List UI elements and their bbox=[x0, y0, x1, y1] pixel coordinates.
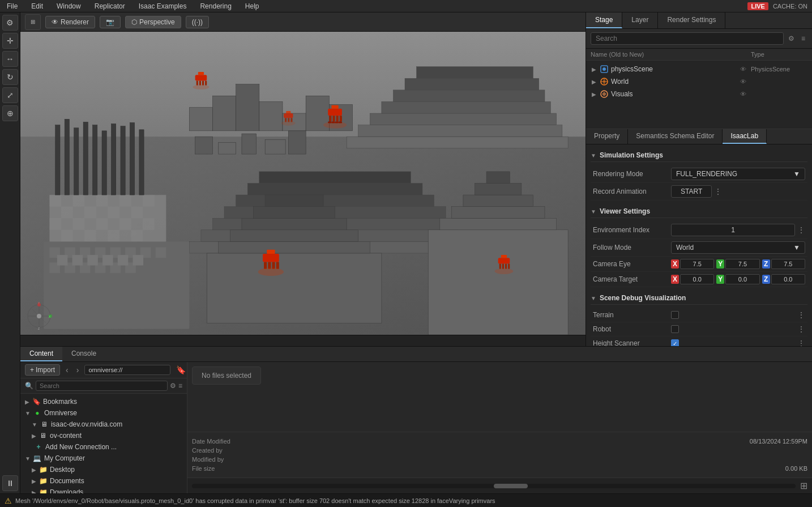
camera-toolbar-btn[interactable]: ⊕ bbox=[2, 105, 18, 121]
expand-arrow-world[interactable]: ▶ bbox=[591, 78, 597, 85]
settings-toolbar-btn[interactable]: ⚙ bbox=[2, 15, 18, 31]
file-item-documents[interactable]: 📁 Documents bbox=[20, 475, 187, 487]
file-scroll-area: ⊞ bbox=[187, 478, 812, 493]
env-index-settings-icon[interactable]: ⋮ bbox=[797, 225, 805, 235]
tree-item-physics-scene[interactable]: ▶ physicsScene 👁 PhysicsScene bbox=[586, 63, 812, 75]
file-search-input[interactable] bbox=[36, 381, 168, 391]
file-item-bookmarks[interactable]: 🔖 Bookmarks bbox=[20, 396, 187, 407]
terrain-settings-icon[interactable]: ⋮ bbox=[797, 310, 805, 319]
stage-filter-icon[interactable]: ⚙ bbox=[786, 33, 797, 44]
debug-viz-label: Scene Debug Visualization bbox=[600, 294, 686, 302]
eye-icon-physics[interactable]: 👁 bbox=[737, 66, 749, 73]
tab-content[interactable]: Content bbox=[20, 347, 62, 361]
expand-ov-content-icon[interactable] bbox=[32, 433, 36, 439]
stage-search-input[interactable] bbox=[591, 32, 784, 45]
expand-downloads-icon[interactable] bbox=[32, 489, 36, 494]
eye-icon-world[interactable]: 👁 bbox=[737, 78, 749, 85]
bookmark-btn[interactable]: 🔖 bbox=[174, 364, 187, 376]
height-scanner-label: Height Scanner bbox=[593, 339, 666, 346]
file-item-desktop[interactable]: 📁 Desktop bbox=[20, 464, 187, 475]
record-start-btn[interactable]: START bbox=[671, 185, 712, 198]
nav-forward-btn[interactable]: › bbox=[74, 364, 82, 376]
scroll-track[interactable] bbox=[192, 484, 796, 488]
menu-file[interactable]: File bbox=[5, 2, 20, 10]
svg-rect-72 bbox=[332, 116, 335, 121]
import-btn[interactable]: + Import bbox=[25, 364, 60, 376]
tab-isaaclab[interactable]: IsaacLab bbox=[723, 129, 767, 144]
expand-documents-icon[interactable] bbox=[32, 478, 36, 484]
tree-item-world[interactable]: ▶ World 👁 bbox=[586, 75, 812, 88]
height-scanner-row: Height Scanner ⋮ bbox=[591, 336, 807, 346]
camera-target-z-input[interactable]: 0.0 bbox=[771, 274, 805, 284]
camera-eye-x-input[interactable]: 7.5 bbox=[680, 259, 714, 269]
menu-help[interactable]: Help bbox=[243, 2, 262, 10]
robot-settings-icon[interactable]: ⋮ bbox=[797, 325, 805, 334]
camera-view-btn[interactable]: 📷 bbox=[100, 16, 121, 28]
tab-render-settings[interactable]: Render Settings bbox=[658, 12, 725, 28]
menu-edit[interactable]: Edit bbox=[29, 2, 45, 10]
expand-bookmarks-icon[interactable] bbox=[25, 399, 29, 405]
camera-target-x-input[interactable]: 0.0 bbox=[680, 274, 714, 284]
file-item-add-connection[interactable]: + Add New Connection ... bbox=[20, 441, 187, 453]
path-input[interactable] bbox=[84, 365, 170, 375]
follow-mode-dropdown[interactable]: World ▼ bbox=[671, 241, 805, 254]
pause-toolbar-btn[interactable]: ⏸ bbox=[2, 475, 18, 491]
expand-my-computer-icon[interactable] bbox=[25, 455, 31, 462]
svg-rect-73 bbox=[336, 116, 339, 121]
viewer-settings-header[interactable]: ▼ Viewer Settings bbox=[591, 205, 807, 218]
move-toolbar-btn[interactable]: ↔ bbox=[2, 51, 18, 67]
expand-desktop-icon[interactable] bbox=[32, 467, 36, 473]
record-settings-icon[interactable]: ⋮ bbox=[714, 187, 722, 196]
camera-eye-z-input[interactable]: 7.5 bbox=[771, 259, 805, 269]
nav-back-btn[interactable]: ‹ bbox=[63, 364, 71, 376]
file-item-downloads[interactable]: 📁 Downloads bbox=[20, 487, 187, 493]
status-bar: ⚠ Mesh '/World/envs/env_0/Robot/base/vis… bbox=[0, 493, 812, 507]
menu-replicator[interactable]: Replicator bbox=[92, 2, 127, 10]
file-item-my-computer[interactable]: 💻 My Computer bbox=[20, 453, 187, 464]
expand-isaac-dev-icon[interactable] bbox=[32, 421, 37, 428]
menu-window[interactable]: Window bbox=[54, 2, 83, 10]
terrain-checkbox[interactable] bbox=[671, 311, 679, 319]
file-filter-icon[interactable]: ⚙ bbox=[170, 382, 176, 390]
renderer-btn[interactable]: 👁 Renderer bbox=[45, 16, 95, 28]
tab-property[interactable]: Property bbox=[586, 129, 628, 144]
sim-settings-header[interactable]: ▼ Simulation Settings bbox=[591, 149, 807, 162]
file-item-omniverse[interactable]: ● Omniverse bbox=[20, 407, 187, 419]
tab-stage[interactable]: Stage bbox=[586, 12, 622, 28]
viewport-layout-btn[interactable]: ⊞ bbox=[25, 14, 41, 30]
perspective-btn[interactable]: ⬡ Perspective bbox=[125, 16, 181, 28]
expand-omniverse-icon[interactable] bbox=[25, 410, 31, 416]
target-y-label: Y bbox=[716, 275, 724, 284]
viewport-canvas[interactable]: Y X Z bbox=[20, 32, 586, 335]
expand-arrow-physics[interactable]: ▶ bbox=[591, 66, 597, 73]
audio-btn[interactable]: ((·)) bbox=[186, 16, 209, 28]
file-item-isaac-dev[interactable]: 🖥 isaac-dev.ov.nvidia.com bbox=[20, 419, 187, 430]
grid-view-btn[interactable]: ⊞ bbox=[800, 480, 807, 491]
camera-eye-y-input[interactable]: 7.5 bbox=[725, 259, 759, 269]
rendering-mode-dropdown[interactable]: FULL_RENDERING ▼ bbox=[671, 168, 805, 180]
select-toolbar-btn[interactable]: ✛ bbox=[2, 33, 18, 49]
file-sort-icon[interactable]: ≡ bbox=[178, 382, 182, 390]
tab-semantics-schema[interactable]: Semantics Schema Editor bbox=[628, 129, 723, 144]
robot-checkbox[interactable] bbox=[671, 325, 679, 333]
env-index-field[interactable]: 1 bbox=[671, 224, 795, 236]
menu-isaac-examples[interactable]: Isaac Examples bbox=[136, 2, 189, 10]
stage-sort-icon[interactable]: ≡ bbox=[799, 33, 807, 44]
debug-viz-header[interactable]: ▼ Scene Debug Visualization bbox=[591, 292, 807, 305]
file-item-ov-content[interactable]: 🖥 ov-content bbox=[20, 430, 187, 441]
viewport-gizmo[interactable]: Y X Z bbox=[25, 302, 53, 330]
camera-target-y-input[interactable]: 0.0 bbox=[725, 274, 759, 284]
tree-item-visuals[interactable]: ▶ Visuals 👁 bbox=[586, 88, 812, 100]
eye-icon-visuals[interactable]: 👁 bbox=[737, 91, 749, 97]
rotate-toolbar-btn[interactable]: ↻ bbox=[2, 69, 18, 85]
scale-toolbar-btn[interactable]: ⤢ bbox=[2, 87, 18, 103]
height-scanner-settings-icon[interactable]: ⋮ bbox=[797, 339, 805, 346]
tab-console[interactable]: Console bbox=[62, 347, 105, 361]
tab-layer[interactable]: Layer bbox=[622, 12, 658, 28]
height-scanner-checkbox[interactable] bbox=[671, 339, 679, 346]
scroll-thumb[interactable] bbox=[494, 484, 528, 488]
menu-rendering[interactable]: Rendering bbox=[198, 2, 233, 10]
expand-arrow-visuals[interactable]: ▶ bbox=[591, 91, 597, 97]
sim-arrow-icon: ▼ bbox=[591, 152, 596, 159]
tree-label-visuals: Visuals bbox=[611, 90, 735, 98]
